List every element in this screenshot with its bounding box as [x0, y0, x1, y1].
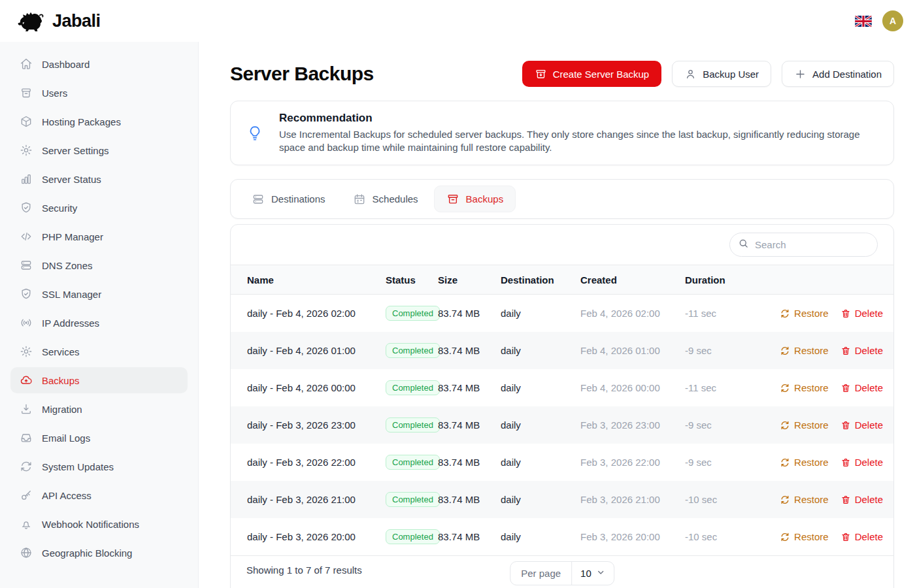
delete-button[interactable]: Delete	[840, 457, 883, 468]
backup-size: 83.74 MB	[438, 419, 501, 431]
backup-name: daily - Feb 3, 2026 20:00	[247, 531, 386, 542]
restore-button[interactable]: Restore	[780, 531, 829, 542]
archive-drawer-icon	[20, 86, 33, 99]
restore-button[interactable]: Restore	[780, 494, 829, 505]
code-icon	[20, 230, 33, 243]
backup-created: Feb 4, 2026 00:00	[580, 382, 685, 393]
gear-icon	[20, 144, 33, 157]
status-badge: Completed	[386, 306, 440, 321]
delete-button[interactable]: Delete	[840, 345, 883, 356]
delete-button[interactable]: Delete	[840, 531, 883, 542]
calendar-icon	[353, 193, 366, 206]
table-row: daily - Feb 4, 2026 00:00 Completed 83.7…	[231, 369, 893, 406]
status-badge: Completed	[386, 492, 440, 507]
inbox-icon	[20, 431, 33, 444]
backup-size: 83.74 MB	[438, 457, 501, 468]
backup-created: Feb 3, 2026 21:00	[580, 494, 685, 505]
sidebar-item-ip-addresses[interactable]: IP Addresses	[10, 310, 188, 336]
sidebar-item-migration[interactable]: Migration	[10, 396, 188, 422]
bell-icon	[20, 517, 33, 531]
backup-destination: daily	[501, 494, 580, 505]
sidebar-item-backups[interactable]: Backups	[10, 367, 188, 393]
delete-button[interactable]: Delete	[840, 382, 883, 393]
backup-destination: daily	[501, 531, 580, 542]
page-title: Server Backups	[230, 61, 374, 87]
archive-down-icon	[535, 68, 547, 80]
sidebar-item-services[interactable]: Services	[10, 338, 188, 365]
per-page-select[interactable]: Per page 10	[510, 561, 614, 585]
boar-logo-icon	[16, 10, 46, 31]
search-icon	[738, 238, 749, 252]
sidebar-item-geographic-blocking[interactable]: Geographic Blocking	[10, 540, 188, 566]
sidebar-item-security[interactable]: Security	[10, 195, 188, 221]
sidebar-item-php-manager[interactable]: PHP Manager	[10, 223, 188, 250]
backup-user-button[interactable]: Backup User	[672, 61, 771, 87]
sidebar-item-server-status[interactable]: Server Status	[10, 166, 188, 192]
trash-icon	[840, 420, 851, 431]
package-cube-icon	[20, 115, 33, 128]
refresh-icon	[20, 460, 33, 473]
user-avatar[interactable]: A	[882, 10, 903, 31]
delete-button[interactable]: Delete	[840, 308, 883, 319]
sidebar-item-hosting-packages[interactable]: Hosting Packages	[10, 108, 188, 135]
table-row: daily - Feb 4, 2026 01:00 Completed 83.7…	[231, 332, 893, 369]
status-badge: Completed	[386, 380, 440, 395]
recommendation-card: Recommendation Use Incremental Backups f…	[230, 101, 894, 165]
restore-button[interactable]: Restore	[780, 308, 829, 319]
backup-duration: -11 sec	[685, 382, 750, 393]
backup-created: Feb 3, 2026 22:00	[580, 457, 685, 468]
tab-schedules[interactable]: Schedules	[341, 186, 430, 212]
trash-icon	[840, 495, 851, 505]
search-input[interactable]	[755, 239, 885, 250]
column-header-status: Status	[386, 274, 438, 286]
backup-destination: daily	[501, 457, 580, 468]
sidebar-item-webhook-notifications[interactable]: Webhook Notifications	[10, 511, 188, 537]
backup-size: 83.74 MB	[438, 531, 501, 542]
tab-backups[interactable]: Backups	[434, 186, 516, 212]
sidebar-item-users[interactable]: Users	[10, 80, 188, 106]
restore-button[interactable]: Restore	[780, 345, 829, 356]
sidebar-item-server-settings[interactable]: Server Settings	[10, 137, 188, 163]
status-badge: Completed	[386, 455, 440, 470]
brand-name: Jabali	[52, 11, 101, 31]
table-row: daily - Feb 3, 2026 21:00 Completed 83.7…	[231, 481, 893, 518]
sidebar-item-email-logs[interactable]: Email Logs	[10, 425, 188, 451]
download-tray-icon	[20, 402, 33, 416]
restore-icon	[780, 346, 790, 356]
shield-check-icon	[20, 287, 33, 301]
backup-created: Feb 4, 2026 01:00	[580, 345, 685, 356]
create-server-backup-button[interactable]: Create Server Backup	[522, 61, 662, 87]
backup-destination: daily	[501, 419, 580, 431]
brand-logo: Jabali	[16, 10, 101, 31]
home-icon	[20, 57, 33, 71]
restore-icon	[780, 495, 790, 505]
trash-icon	[840, 308, 851, 319]
add-destination-button[interactable]: Add Destination	[782, 61, 894, 87]
delete-button[interactable]: Delete	[840, 494, 883, 505]
backup-name: daily - Feb 3, 2026 23:00	[247, 419, 386, 431]
shield-check-icon	[20, 201, 33, 214]
restore-icon	[780, 308, 790, 319]
restore-button[interactable]: Restore	[780, 382, 829, 393]
uk-flag-icon[interactable]	[855, 16, 872, 27]
per-page-label: Per page	[510, 562, 572, 585]
sidebar-item-ssl-manager[interactable]: SSL Manager	[10, 281, 188, 307]
backup-created: Feb 3, 2026 20:00	[580, 531, 685, 542]
backups-table-card: Name Status Size Destination Created Dur…	[230, 224, 894, 588]
tab-destinations[interactable]: Destinations	[240, 186, 337, 212]
key-icon	[20, 489, 33, 502]
delete-button[interactable]: Delete	[840, 419, 883, 431]
restore-icon	[780, 457, 790, 468]
backup-name: daily - Feb 4, 2026 00:00	[247, 382, 386, 393]
restore-icon	[780, 420, 790, 431]
sidebar-item-system-updates[interactable]: System Updates	[10, 453, 188, 480]
sidebar-item-dashboard[interactable]: Dashboard	[10, 51, 188, 77]
sidebar-item-api-access[interactable]: API Access	[10, 482, 188, 508]
search-field	[729, 233, 878, 257]
restore-button[interactable]: Restore	[780, 457, 829, 468]
trash-icon	[840, 346, 851, 356]
sidebar-item-dns-zones[interactable]: DNS Zones	[10, 252, 188, 278]
restore-button[interactable]: Restore	[780, 419, 829, 431]
backup-duration: -10 sec	[685, 494, 750, 505]
user-icon	[684, 68, 697, 80]
